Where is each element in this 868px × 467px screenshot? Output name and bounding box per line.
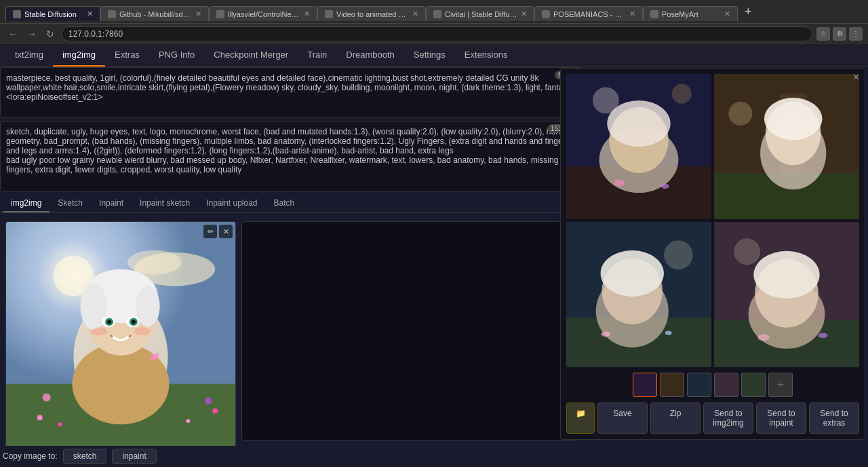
browser-tab-5[interactable]: POSEMANIACS - Royalty free 3...✕	[534, 6, 643, 21]
img2img-tab-img2img[interactable]: img2img	[3, 195, 50, 212]
gallery-send-img2img-button[interactable]: Send to img2img	[703, 403, 753, 434]
tab-close-1[interactable]: ✕	[195, 10, 201, 18]
nav-tab-img2img[interactable]: img2img	[53, 44, 105, 67]
tab-close-4[interactable]: ✕	[521, 10, 527, 18]
forward-button[interactable]: →	[24, 27, 39, 41]
svg-point-49	[601, 250, 664, 297]
gallery-thumb-3[interactable]	[687, 373, 711, 397]
gallery-thumb-5[interactable]	[741, 373, 766, 397]
svg-point-59	[757, 334, 770, 341]
svg-point-25	[134, 327, 151, 335]
negative-prompt-textarea[interactable]	[1, 122, 583, 184]
browser-tab-3[interactable]: Video to animated GIF converter✕	[317, 6, 426, 21]
nav-tab-dreambooth[interactable]: Dreambooth	[336, 44, 404, 67]
tab-favicon-6	[650, 10, 658, 18]
svg-point-27	[205, 397, 212, 404]
browser-tab-1[interactable]: Github - Mikubill/sd-webui-con...✕	[100, 6, 209, 21]
svg-point-36	[614, 180, 625, 187]
browser-chrome: Stable Diffusion✕Github - Mikubill/sd-we…	[0, 0, 868, 24]
menu-icon[interactable]: ⋮	[849, 27, 863, 41]
browser-tab-6[interactable]: PoseMyArt✕	[643, 6, 738, 21]
tab-label-6: PoseMyArt	[662, 10, 698, 18]
img2img-tab-inpaint-upload[interactable]: Inpaint upload	[198, 195, 265, 212]
image-clear-button[interactable]: ✕	[219, 225, 233, 238]
tab-label-0: Stable Diffusion	[24, 10, 77, 18]
tab-label-2: lllyasviel/ControlNet at main	[228, 10, 300, 18]
tab-close-2[interactable]: ✕	[304, 10, 310, 18]
svg-point-23	[132, 320, 136, 324]
img2img-tabs-bar: img2imgSketchInpaintInpaint sketchInpain…	[0, 195, 583, 213]
back-button[interactable]: ←	[5, 27, 20, 41]
svg-point-44	[728, 102, 752, 126]
gallery-thumb-add[interactable]: +	[768, 373, 793, 397]
copy-to-sketch-button[interactable]: sketch	[63, 449, 107, 464]
img2img-tab-inpaint[interactable]: Inpaint	[91, 195, 132, 212]
tab-close-0[interactable]: ✕	[87, 10, 93, 18]
negative-prompt-box: 153/225	[0, 121, 583, 192]
nav-tab-txt2img[interactable]: txt2img	[5, 44, 53, 67]
copy-image-row: Copy image to: sketch inpaint	[0, 446, 583, 466]
gallery-folder-button[interactable]: 📁	[566, 403, 595, 434]
svg-point-34	[593, 87, 619, 113]
svg-point-9	[186, 419, 190, 423]
svg-point-26	[43, 394, 51, 402]
gallery-image-1	[566, 74, 711, 219]
nav-tab-checkpoint-merger[interactable]: Checkpoint Merger	[204, 44, 298, 67]
left-section: 69/75 153/225 img2imgSketchInpaintInpain…	[0, 67, 583, 466]
tab-label-5: POSEMANIACS - Royalty free 3...	[553, 10, 626, 18]
address-bar[interactable]	[61, 26, 812, 41]
nav-tab-png-info[interactable]: PNG Info	[149, 44, 204, 67]
gallery-zip-button[interactable]: Zip	[650, 403, 701, 434]
gallery-grid	[566, 74, 859, 367]
browser-tab-0[interactable]: Stable Diffusion✕	[5, 6, 100, 21]
nav-tab-extensions[interactable]: Extensions	[455, 44, 517, 67]
new-tab-button[interactable]: +	[742, 3, 755, 20]
extension-icon[interactable]: ⚙	[833, 27, 846, 41]
browser-tabs: Stable Diffusion✕Github - Mikubill/sd-we…	[5, 2, 738, 21]
tab-label-4: Civitai | Stable Diffusion model...	[445, 10, 517, 18]
gallery-send-extras-button[interactable]: Send to extras	[809, 403, 859, 434]
svg-point-22	[107, 320, 111, 324]
tab-favicon-1	[108, 10, 116, 18]
gallery-image-3	[566, 222, 711, 367]
image-upload-container[interactable]: ✏ ✕	[5, 221, 236, 446]
positive-prompt-textarea[interactable]	[1, 68, 583, 110]
tab-label-1: Github - Mikubill/sd-webui-con...	[119, 10, 192, 18]
gallery-thumb-1[interactable]	[633, 373, 657, 397]
tab-close-5[interactable]: ✕	[629, 10, 635, 18]
svg-point-57	[753, 251, 819, 299]
reload-button[interactable]: ↻	[43, 27, 57, 41]
browser-tab-4[interactable]: Civitai | Stable Diffusion model...✕	[426, 6, 534, 21]
bookmark-icon[interactable]: ☆	[816, 27, 830, 41]
img2img-tab-batch[interactable]: Batch	[266, 195, 303, 212]
tab-close-6[interactable]: ✕	[724, 10, 730, 18]
nav-tab-train[interactable]: Train	[298, 44, 336, 67]
nav-tab-extras[interactable]: Extras	[105, 44, 149, 67]
tab-favicon-5	[542, 10, 550, 18]
image-edit-button[interactable]: ✏	[203, 225, 217, 238]
nav-tab-settings[interactable]: Settings	[404, 44, 455, 67]
tab-favicon-4	[433, 10, 441, 18]
browser-tab-2[interactable]: lllyasviel/ControlNet at main✕	[209, 6, 317, 21]
svg-point-50	[664, 240, 693, 269]
gallery-image-4	[714, 222, 859, 367]
gallery-save-button[interactable]: Save	[597, 403, 648, 434]
gallery-close-button[interactable]: ×	[853, 71, 859, 83]
gallery-panel: ×	[560, 68, 865, 440]
svg-point-4	[127, 250, 182, 275]
img2img-tab-sketch[interactable]: Sketch	[50, 195, 91, 212]
gallery-thumb-2[interactable]	[660, 373, 684, 397]
svg-point-7	[58, 422, 62, 426]
gallery-send-inpaint-button[interactable]: Send to inpaint	[756, 403, 806, 434]
tab-label-3: Video to animated GIF converter	[336, 10, 409, 18]
tab-favicon-0	[13, 10, 21, 18]
gallery-thumb-4[interactable]	[714, 373, 738, 397]
img2img-tab-inpaint-sketch[interactable]: Inpaint sketch	[132, 195, 198, 212]
tab-close-3[interactable]: ✕	[412, 10, 418, 18]
svg-point-58	[734, 238, 760, 265]
copy-to-inpaint-button[interactable]: inpaint	[112, 449, 156, 464]
img2img-content: ✏ ✕	[0, 216, 583, 446]
svg-point-10	[212, 408, 218, 413]
copy-image-label: Copy image to:	[3, 451, 58, 461]
svg-point-24	[91, 327, 107, 335]
